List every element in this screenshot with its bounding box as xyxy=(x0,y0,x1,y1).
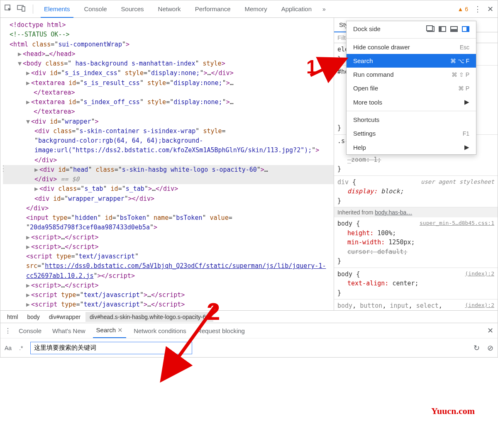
comment: <!--STATUS OK--> xyxy=(10,31,70,38)
case-sensitive-toggle[interactable]: Aa xyxy=(5,345,12,351)
tab-elements[interactable]: Elements xyxy=(41,1,73,18)
tab-memory[interactable]: Memory xyxy=(242,1,271,17)
drawer: ⋮ Console What's New Search✕ Network con… xyxy=(0,323,498,357)
tab-console[interactable]: Console xyxy=(81,1,110,17)
drawer-close-icon[interactable]: ✕ xyxy=(487,326,493,335)
search-input[interactable] xyxy=(30,342,192,354)
tab-sources[interactable]: Sources xyxy=(118,1,147,17)
menu-search[interactable]: Search⌘ ⌥ F xyxy=(347,54,476,68)
dock-bottom-icon[interactable] xyxy=(450,26,458,32)
devtools-main-menu: Dock side Hide console drawerEsc Search⌘… xyxy=(346,21,476,155)
close-devtools-icon[interactable]: ✕ xyxy=(487,5,493,14)
drawer-tab-request-blocking[interactable]: Request blocking xyxy=(194,324,248,338)
svg-rect-2 xyxy=(22,7,25,11)
dock-left-icon[interactable] xyxy=(439,26,446,32)
doctype: <!doctype html> xyxy=(10,21,66,29)
menu-run-command[interactable]: Run command⌘ ⇧ P xyxy=(347,68,476,81)
tab-performance[interactable]: Performance xyxy=(192,1,234,17)
crumb-wrapper[interactable]: div#wrapper xyxy=(45,312,85,322)
crumb-head[interactable]: div#head.s-skin-hasbg.white-logo.s-opaci… xyxy=(85,312,213,322)
drawer-tab-network-conditions[interactable]: Network conditions xyxy=(130,324,190,338)
crumb-html[interactable]: html xyxy=(3,312,22,322)
elements-tree[interactable]: <!doctype html> <!--STATUS OK--> <html c… xyxy=(0,18,334,310)
inspect-icon[interactable] xyxy=(5,5,12,13)
warnings-badge[interactable]: ▲ 6 xyxy=(457,6,468,12)
crumb-body[interactable]: body xyxy=(23,312,44,322)
kebab-menu-icon[interactable]: ⋮ xyxy=(474,5,481,14)
menu-dock-side: Dock side xyxy=(347,21,476,37)
dock-undock-icon[interactable] xyxy=(427,26,435,32)
drawer-tab-console[interactable]: Console xyxy=(15,324,45,338)
menu-hide-console-drawer[interactable]: Hide console drawerEsc xyxy=(347,40,476,54)
drawer-tab-whatsnew[interactable]: What's New xyxy=(49,324,89,338)
breadcrumb: html body div#wrapper div#head.s-skin-ha… xyxy=(0,310,498,323)
dock-right-icon[interactable] xyxy=(462,26,469,32)
close-search-tab-icon[interactable]: ✕ xyxy=(117,326,123,334)
watermark: Yuucn.com xyxy=(431,406,475,416)
drawer-menu-icon[interactable]: ⋮ xyxy=(5,327,11,335)
tabs-overflow-icon[interactable]: » xyxy=(322,6,326,12)
regex-toggle[interactable]: .* xyxy=(19,345,23,351)
refresh-icon[interactable]: ↻ xyxy=(474,343,480,353)
tab-network[interactable]: Network xyxy=(155,1,184,17)
menu-open-file[interactable]: Open file⌘ P xyxy=(347,81,476,95)
devtools-top-tabs: Elements Console Sources Network Perform… xyxy=(0,0,498,18)
selected-dom-node[interactable]: ▶<div id="head" class="s-skin-hasbg whit… xyxy=(3,165,334,185)
menu-settings[interactable]: SettingsF1 xyxy=(347,127,476,140)
clear-icon[interactable]: ⊘ xyxy=(487,343,493,353)
menu-more-tools[interactable]: More tools▶ xyxy=(347,95,476,109)
drawer-tab-search[interactable]: Search✕ xyxy=(93,323,127,338)
menu-shortcuts[interactable]: Shortcuts xyxy=(347,113,476,127)
tab-application[interactable]: Application xyxy=(278,1,315,17)
menu-help[interactable]: Help▶ xyxy=(347,140,476,154)
device-toggle-icon[interactable] xyxy=(17,5,25,13)
